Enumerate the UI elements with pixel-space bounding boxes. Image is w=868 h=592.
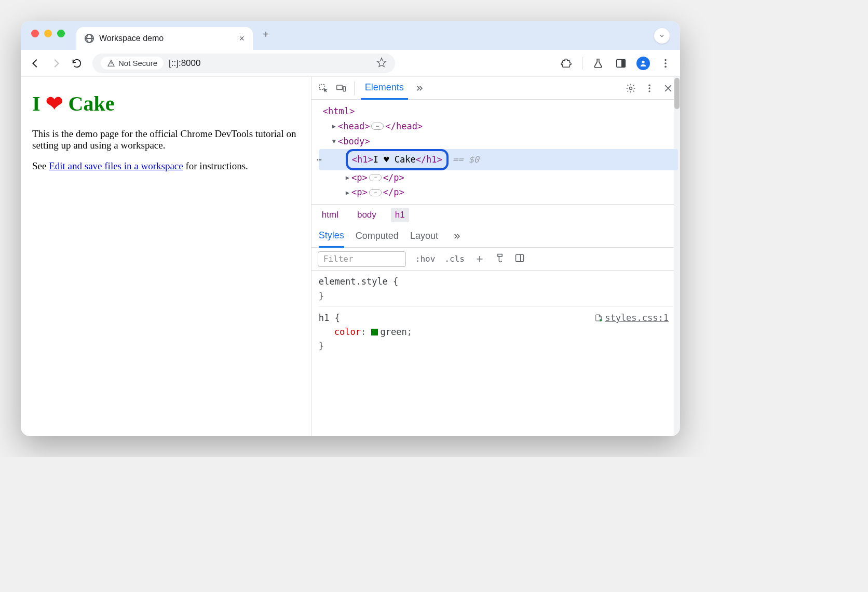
chrome-menu-icon[interactable] [658,56,673,71]
svg-point-7 [664,65,667,68]
svg-point-4 [642,60,644,63]
inspect-element-icon[interactable] [317,82,330,95]
extensions-icon[interactable] [559,56,574,71]
paint-flashing-icon[interactable] [495,253,505,265]
settings-gear-icon[interactable] [624,82,638,95]
styles-tabs: Styles Computed Layout [311,225,680,248]
heart-icon: ❤ [46,92,63,115]
more-tabs-icon[interactable] [412,82,426,95]
color-swatch[interactable] [371,329,378,335]
crumb-html[interactable]: html [318,208,343,222]
toolbar-right [559,56,673,71]
svg-point-5 [664,59,667,61]
workspace-tutorial-link[interactable]: Edit and save files in a workspace [49,160,183,171]
element-style-block[interactable]: element.style { } [319,275,673,306]
not-secure-label: Not Secure [118,59,157,68]
close-devtools-icon[interactable] [661,82,675,95]
svg-rect-9 [336,85,342,89]
svg-point-13 [648,87,650,89]
devtools-panel: Elements <html> [311,77,680,436]
bookmark-star-icon[interactable] [376,57,387,70]
close-tab-button[interactable]: × [239,33,245,44]
security-chip[interactable]: Not Secure [101,57,164,70]
dom-breadcrumb: html body h1 [311,204,680,225]
dom-node-body[interactable]: ▼<body> [319,134,678,149]
styles-toolbar: Filter :hov .cls ＋ [311,248,680,271]
tab-layout[interactable]: Layout [410,225,438,248]
devtools-menu-icon[interactable] [643,82,656,95]
profile-avatar[interactable] [636,57,650,70]
hov-toggle[interactable]: :hov [415,254,436,264]
dom-node-html[interactable]: <html> [319,104,678,119]
h1-rule-block[interactable]: styles.css:1 h1 { color: green; } [319,311,673,357]
dom-node-head[interactable]: ▶<head>⋯</head> [319,119,678,134]
page-viewport: I ❤ Cake This is the demo page for the o… [21,77,311,436]
content-area: I ❤ Cake This is the demo page for the o… [21,77,680,436]
tab-computed[interactable]: Computed [356,225,399,248]
styles-pane[interactable]: element.style { } styles.css:1 h1 { colo… [311,271,680,365]
new-tab-button[interactable]: + [257,25,275,43]
forward-button[interactable] [49,56,63,71]
browser-window: Workspace demo × + Not Secure [::]:8000 [21,21,680,436]
side-panel-icon[interactable] [614,56,628,71]
more-tabs-icon[interactable] [450,230,463,243]
separator [354,82,355,95]
dom-node-p1[interactable]: ▶<p>⋯</p> [319,170,678,185]
back-button[interactable] [28,56,43,71]
labs-icon[interactable] [591,56,605,71]
svg-rect-10 [343,86,345,91]
svg-rect-3 [621,59,625,67]
svg-point-17 [600,319,602,321]
close-window-button[interactable] [31,30,39,37]
tab-styles[interactable]: Styles [319,225,344,248]
crumb-body[interactable]: body [353,208,381,222]
browser-tab[interactable]: Workspace demo × [76,27,253,50]
window-controls [31,30,65,37]
browser-toolbar: Not Secure [::]:8000 [21,50,680,77]
page-paragraph-2: See Edit and save files in a workspace f… [32,160,300,172]
svg-point-14 [648,90,650,92]
address-bar[interactable]: Not Secure [::]:8000 [92,53,395,73]
svg-point-12 [648,84,650,86]
svg-point-1 [111,64,111,65]
device-toolbar-icon[interactable] [334,82,348,95]
dom-node-p2[interactable]: ▶<p>⋯</p> [319,185,678,200]
devtools-header: Elements [311,77,680,100]
globe-icon [85,34,94,43]
minimize-window-button[interactable] [44,30,52,37]
svg-point-6 [664,62,667,64]
separator [582,57,582,70]
page-heading: I ❤ Cake [32,91,300,116]
maximize-window-button[interactable] [57,30,65,37]
crumb-h1[interactable]: h1 [391,208,409,222]
computed-sidebar-icon[interactable] [514,253,525,265]
svg-point-11 [630,87,632,89]
url-text: [::]:8000 [169,58,226,69]
new-style-rule-icon[interactable]: ＋ [474,251,485,266]
styles-filter-input[interactable]: Filter [318,251,406,267]
reload-button[interactable] [70,56,84,71]
dom-tree[interactable]: <html> ▶<head>⋯</head> ▼<body> <h1>I ♥ C… [311,100,680,204]
cls-toggle[interactable]: .cls [444,254,465,264]
tab-elements[interactable]: Elements [361,77,408,100]
tab-title: Workspace demo [99,34,164,43]
tab-search-button[interactable] [654,28,670,44]
dom-node-h1-selected[interactable]: <h1>I ♥ Cake</h1> == $0 [319,149,678,170]
titlebar: Workspace demo × + [21,21,680,50]
page-paragraph-1: This is the demo page for the official C… [32,128,300,151]
stylesheet-source-link[interactable]: styles.css:1 [594,311,669,325]
svg-rect-15 [516,254,523,261]
